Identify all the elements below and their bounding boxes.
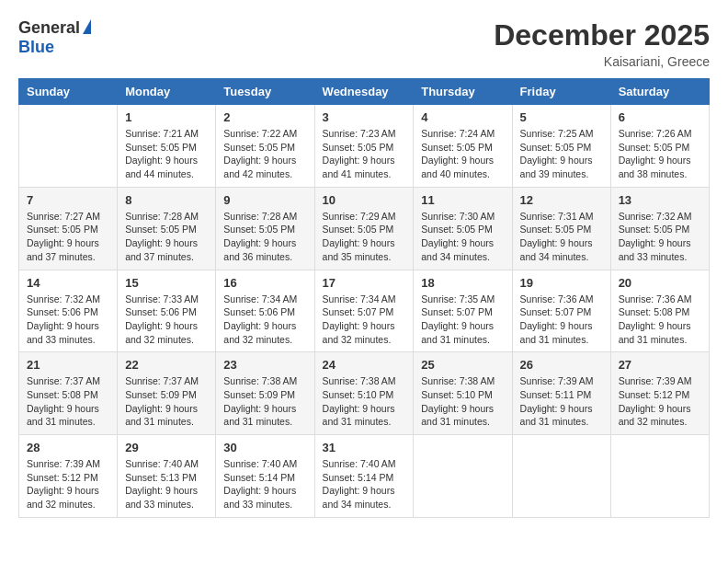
month-title: December 2025 xyxy=(494,18,710,52)
day-number: 7 xyxy=(27,193,109,207)
day-number: 31 xyxy=(323,441,406,454)
day-detail: Sunrise: 7:26 AMSunset: 5:05 PMDaylight:… xyxy=(619,128,692,179)
day-number: 15 xyxy=(125,276,208,290)
day-detail: Sunrise: 7:32 AMSunset: 5:06 PMDaylight:… xyxy=(27,293,100,345)
day-number: 28 xyxy=(27,441,109,454)
day-number: 20 xyxy=(619,276,701,290)
day-number: 26 xyxy=(520,358,603,372)
calendar-cell: 22 Sunrise: 7:37 AMSunset: 5:09 PMDaylig… xyxy=(118,352,216,435)
col-thursday: Thursday xyxy=(414,79,512,105)
day-detail: Sunrise: 7:32 AMSunset: 5:05 PMDaylight:… xyxy=(619,211,692,262)
day-number: 27 xyxy=(619,358,701,372)
day-number: 25 xyxy=(421,358,504,372)
day-number: 11 xyxy=(421,193,504,207)
calendar-cell: 12 Sunrise: 7:31 AMSunset: 5:05 PMDaylig… xyxy=(512,187,610,270)
day-detail: Sunrise: 7:40 AMSunset: 5:14 PMDaylight:… xyxy=(223,458,297,510)
calendar-header-row: Sunday Monday Tuesday Wednesday Thursday… xyxy=(19,79,710,105)
day-detail: Sunrise: 7:38 AMSunset: 5:10 PMDaylight:… xyxy=(421,375,495,427)
calendar-week-2: 7 Sunrise: 7:27 AMSunset: 5:05 PMDayligh… xyxy=(19,187,710,270)
calendar-cell: 31 Sunrise: 7:40 AMSunset: 5:14 PMDaylig… xyxy=(314,435,414,518)
calendar-cell: 16 Sunrise: 7:34 AMSunset: 5:06 PMDaylig… xyxy=(216,270,314,352)
col-sunday: Sunday xyxy=(19,79,118,105)
calendar-cell: 24 Sunrise: 7:38 AMSunset: 5:10 PMDaylig… xyxy=(314,352,414,435)
day-detail: Sunrise: 7:28 AMSunset: 5:05 PMDaylight:… xyxy=(125,211,199,262)
day-detail: Sunrise: 7:39 AMSunset: 5:12 PMDaylight:… xyxy=(619,375,692,427)
day-number: 5 xyxy=(520,110,603,124)
day-detail: Sunrise: 7:40 AMSunset: 5:13 PMDaylight:… xyxy=(125,458,199,510)
calendar-cell: 17 Sunrise: 7:34 AMSunset: 5:07 PMDaylig… xyxy=(314,270,414,352)
calendar-cell: 23 Sunrise: 7:38 AMSunset: 5:09 PMDaylig… xyxy=(216,352,314,435)
day-detail: Sunrise: 7:27 AMSunset: 5:05 PMDaylight:… xyxy=(27,211,100,262)
day-number: 21 xyxy=(27,358,109,372)
day-number: 13 xyxy=(619,193,701,207)
calendar-cell: 25 Sunrise: 7:38 AMSunset: 5:10 PMDaylig… xyxy=(414,352,512,435)
calendar-cell: 15 Sunrise: 7:33 AMSunset: 5:06 PMDaylig… xyxy=(118,270,216,352)
day-detail: Sunrise: 7:24 AMSunset: 5:05 PMDaylight:… xyxy=(421,128,495,179)
col-monday: Monday xyxy=(118,79,216,105)
calendar-cell: 30 Sunrise: 7:40 AMSunset: 5:14 PMDaylig… xyxy=(216,435,314,518)
day-detail: Sunrise: 7:37 AMSunset: 5:08 PMDaylight:… xyxy=(27,375,100,427)
day-detail: Sunrise: 7:33 AMSunset: 5:06 PMDaylight:… xyxy=(125,293,199,345)
calendar-cell: 10 Sunrise: 7:29 AMSunset: 5:05 PMDaylig… xyxy=(314,187,414,270)
day-detail: Sunrise: 7:38 AMSunset: 5:09 PMDaylight:… xyxy=(223,375,297,427)
day-detail: Sunrise: 7:28 AMSunset: 5:05 PMDaylight:… xyxy=(223,211,297,262)
calendar-cell: 26 Sunrise: 7:39 AMSunset: 5:11 PMDaylig… xyxy=(512,352,610,435)
day-number: 6 xyxy=(619,110,701,124)
day-detail: Sunrise: 7:30 AMSunset: 5:05 PMDaylight:… xyxy=(421,211,495,262)
calendar-week-5: 28 Sunrise: 7:39 AMSunset: 5:12 PMDaylig… xyxy=(19,435,710,518)
day-detail: Sunrise: 7:21 AMSunset: 5:05 PMDaylight:… xyxy=(125,128,199,179)
calendar-cell: 19 Sunrise: 7:36 AMSunset: 5:07 PMDaylig… xyxy=(512,270,610,352)
day-number: 8 xyxy=(125,193,208,207)
col-saturday: Saturday xyxy=(610,79,709,105)
day-number: 17 xyxy=(323,276,406,290)
calendar-cell: 27 Sunrise: 7:39 AMSunset: 5:12 PMDaylig… xyxy=(610,352,709,435)
day-detail: Sunrise: 7:31 AMSunset: 5:05 PMDaylight:… xyxy=(520,211,594,262)
day-number: 9 xyxy=(223,193,306,207)
calendar-cell: 21 Sunrise: 7:37 AMSunset: 5:08 PMDaylig… xyxy=(19,352,118,435)
calendar-cell: 3 Sunrise: 7:23 AMSunset: 5:05 PMDayligh… xyxy=(314,105,414,188)
calendar-table: Sunday Monday Tuesday Wednesday Thursday… xyxy=(18,78,710,518)
calendar-cell xyxy=(414,435,512,518)
calendar-cell xyxy=(512,435,610,518)
calendar-cell xyxy=(610,435,709,518)
day-detail: Sunrise: 7:36 AMSunset: 5:07 PMDaylight:… xyxy=(520,293,594,345)
logo-blue-text: Blue xyxy=(18,38,54,56)
day-detail: Sunrise: 7:34 AMSunset: 5:07 PMDaylight:… xyxy=(323,293,396,345)
day-number: 30 xyxy=(223,441,306,454)
calendar-week-4: 21 Sunrise: 7:37 AMSunset: 5:08 PMDaylig… xyxy=(19,352,710,435)
calendar-cell: 18 Sunrise: 7:35 AMSunset: 5:07 PMDaylig… xyxy=(414,270,512,352)
col-tuesday: Tuesday xyxy=(216,79,314,105)
day-detail: Sunrise: 7:25 AMSunset: 5:05 PMDaylight:… xyxy=(520,128,594,179)
day-detail: Sunrise: 7:29 AMSunset: 5:05 PMDaylight:… xyxy=(323,211,396,262)
day-detail: Sunrise: 7:37 AMSunset: 5:09 PMDaylight:… xyxy=(125,375,199,427)
calendar-cell: 4 Sunrise: 7:24 AMSunset: 5:05 PMDayligh… xyxy=(414,105,512,188)
calendar-cell: 8 Sunrise: 7:28 AMSunset: 5:05 PMDayligh… xyxy=(118,187,216,270)
calendar-cell: 7 Sunrise: 7:27 AMSunset: 5:05 PMDayligh… xyxy=(19,187,118,270)
day-detail: Sunrise: 7:39 AMSunset: 5:11 PMDaylight:… xyxy=(520,375,594,427)
day-number: 1 xyxy=(125,110,208,124)
calendar-cell: 1 Sunrise: 7:21 AMSunset: 5:05 PMDayligh… xyxy=(118,105,216,188)
calendar-week-3: 14 Sunrise: 7:32 AMSunset: 5:06 PMDaylig… xyxy=(19,270,710,352)
calendar-cell: 11 Sunrise: 7:30 AMSunset: 5:05 PMDaylig… xyxy=(414,187,512,270)
calendar-cell: 2 Sunrise: 7:22 AMSunset: 5:05 PMDayligh… xyxy=(216,105,314,188)
day-number: 16 xyxy=(223,276,306,290)
logo-general-text: General xyxy=(18,18,80,38)
calendar-cell: 9 Sunrise: 7:28 AMSunset: 5:05 PMDayligh… xyxy=(216,187,314,270)
calendar-cell: 14 Sunrise: 7:32 AMSunset: 5:06 PMDaylig… xyxy=(19,270,118,352)
calendar-cell: 29 Sunrise: 7:40 AMSunset: 5:13 PMDaylig… xyxy=(118,435,216,518)
day-number: 2 xyxy=(223,110,306,124)
day-number: 3 xyxy=(323,110,406,124)
day-number: 4 xyxy=(421,110,504,124)
logo-triangle-icon xyxy=(83,19,91,34)
day-detail: Sunrise: 7:34 AMSunset: 5:06 PMDaylight:… xyxy=(223,293,297,345)
day-number: 19 xyxy=(520,276,603,290)
logo: General Blue xyxy=(18,18,91,57)
day-detail: Sunrise: 7:23 AMSunset: 5:05 PMDaylight:… xyxy=(323,128,396,179)
day-detail: Sunrise: 7:40 AMSunset: 5:14 PMDaylight:… xyxy=(323,458,396,510)
day-number: 10 xyxy=(323,193,406,207)
day-detail: Sunrise: 7:36 AMSunset: 5:08 PMDaylight:… xyxy=(619,293,692,345)
calendar-cell: 28 Sunrise: 7:39 AMSunset: 5:12 PMDaylig… xyxy=(19,435,118,518)
calendar-cell: 6 Sunrise: 7:26 AMSunset: 5:05 PMDayligh… xyxy=(610,105,709,188)
day-number: 23 xyxy=(223,358,306,372)
calendar-cell: 5 Sunrise: 7:25 AMSunset: 5:05 PMDayligh… xyxy=(512,105,610,188)
